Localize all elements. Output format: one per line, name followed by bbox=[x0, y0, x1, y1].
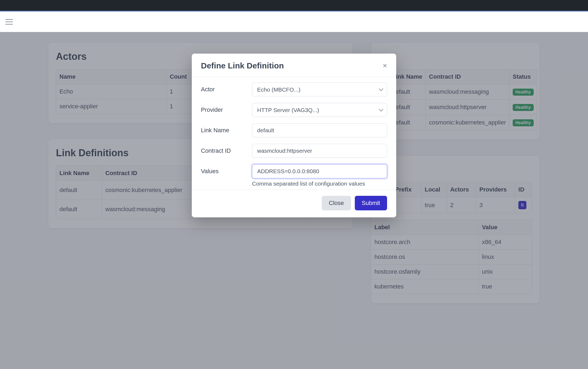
actor-select[interactable]: Echo (MBCFO...) bbox=[252, 82, 387, 96]
provider-label: Provider bbox=[201, 106, 247, 113]
values-label: Values bbox=[201, 168, 247, 175]
link-name-label: Link Name bbox=[201, 127, 247, 134]
submit-button[interactable]: Submit bbox=[355, 196, 387, 210]
provider-select[interactable]: HTTP Server (VAG3Q...) bbox=[252, 103, 387, 117]
modal-title: Define Link Definition bbox=[201, 61, 284, 70]
close-button[interactable]: Close bbox=[322, 196, 351, 210]
link-name-input[interactable] bbox=[252, 123, 387, 137]
values-hint: Comma separated list of configuration va… bbox=[252, 180, 387, 187]
modal-footer: Close Submit bbox=[192, 190, 396, 217]
hamburger-icon[interactable] bbox=[5, 19, 13, 25]
contract-id-label: Contract ID bbox=[201, 147, 247, 154]
values-input[interactable] bbox=[252, 164, 387, 178]
contract-id-input[interactable] bbox=[252, 144, 387, 158]
close-icon[interactable]: × bbox=[383, 62, 387, 69]
define-link-modal: Define Link Definition × Actor Echo (MBC… bbox=[192, 54, 396, 217]
actor-label: Actor bbox=[201, 86, 247, 93]
window-titlebar bbox=[0, 0, 588, 11]
modal-header: Define Link Definition × bbox=[192, 54, 396, 77]
navbar bbox=[0, 12, 588, 32]
modal-body: Actor Echo (MBCFO...) Provider HTTP Serv… bbox=[192, 77, 396, 190]
